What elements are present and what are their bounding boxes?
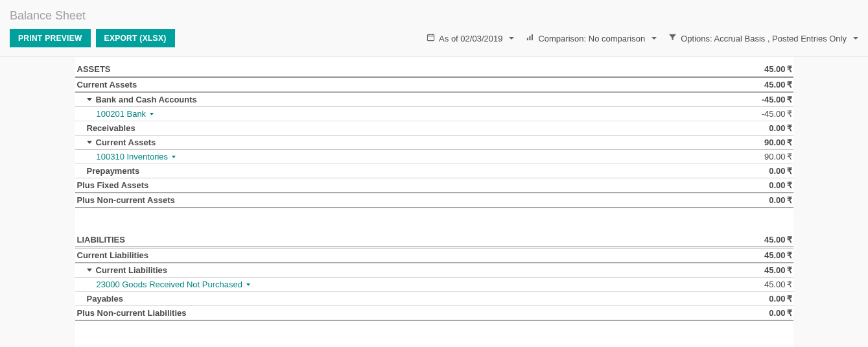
current-liabilities-sub-row[interactable]: Current Liabilities 45.00₹ — [75, 263, 793, 278]
options-filter[interactable]: Options: Accrual Basis , Posted Entries … — [668, 33, 858, 43]
current-liabilities-value: 45.00₹ — [764, 250, 793, 260]
fixed-assets-value: 0.00₹ — [769, 180, 793, 190]
print-preview-button[interactable]: PRINT PREVIEW — [10, 29, 91, 47]
comparison-filter[interactable]: Comparison: No comparison — [526, 33, 657, 43]
fixed-assets-row[interactable]: Plus Fixed Assets 0.00₹ — [75, 178, 793, 193]
svg-rect-0 — [427, 34, 434, 40]
inventories-label: 100310 Inventories — [75, 152, 764, 162]
noncurrent-assets-value: 0.00₹ — [769, 195, 793, 205]
assets-heading-label: ASSETS — [75, 64, 764, 74]
liabilities-heading-label: LIABILITIES — [75, 235, 764, 245]
noncurrent-liabilities-row[interactable]: Plus Non-current Liabilities 0.00₹ — [75, 306, 793, 321]
noncurrent-liabilities-label: Plus Non-current Liabilities — [75, 308, 769, 318]
current-liabilities-sub-value: 45.00₹ — [764, 265, 793, 275]
svg-rect-5 — [530, 36, 531, 41]
current-assets-row[interactable]: Current Assets 45.00₹ — [75, 78, 793, 93]
current-assets-label: Current Assets — [75, 80, 764, 90]
liabilities-heading-row[interactable]: LIABILITIES 45.00₹ — [75, 233, 793, 248]
current-liabilities-label: Current Liabilities — [75, 250, 764, 260]
caret-down-icon — [853, 37, 858, 40]
bank-cash-label: Bank and Cash Accounts — [75, 95, 762, 104]
date-prefix: As of 02/03/2019 — [439, 34, 502, 43]
current-assets-value: 45.00₹ — [764, 80, 793, 90]
bank-account-row[interactable]: 100201 Bank -45.00₹ — [75, 107, 793, 121]
current-assets-sub-row[interactable]: Current Assets 90.00₹ — [75, 136, 793, 150]
assets-heading-row[interactable]: ASSETS 45.00₹ — [75, 62, 793, 78]
noncurrent-assets-row[interactable]: Plus Non-current Assets 0.00₹ — [75, 193, 793, 208]
svg-rect-4 — [527, 38, 528, 40]
date-filter[interactable]: As of 02/03/2019 — [427, 33, 514, 43]
page-title: Balance Sheet — [10, 9, 858, 23]
options-text: Options: Accrual Basis , Posted Entries … — [681, 34, 847, 43]
caret-down-icon — [246, 283, 250, 286]
bank-cash-row[interactable]: Bank and Cash Accounts -45.00₹ — [75, 93, 793, 107]
export-xlsx-button[interactable]: EXPORT (XLSX) — [96, 29, 175, 47]
caret-down-icon — [87, 141, 92, 144]
caret-down-icon — [87, 98, 92, 101]
toolbar: PRINT PREVIEW EXPORT (XLSX) As of 02/03/… — [0, 29, 868, 57]
goods-received-value: 45.00₹ — [764, 280, 793, 289]
caret-down-icon — [172, 156, 176, 158]
prepayments-value: 0.00₹ — [769, 166, 793, 176]
current-assets-sub-value: 90.00₹ — [764, 138, 793, 147]
calendar-icon — [427, 33, 435, 43]
bank-account-label: 100201 Bank — [75, 109, 762, 119]
filter-icon — [668, 33, 677, 43]
prepayments-row[interactable]: Prepayments 0.00₹ — [75, 164, 793, 178]
noncurrent-assets-label: Plus Non-current Assets — [75, 195, 769, 205]
assets-heading-value: 45.00₹ — [764, 64, 793, 74]
receivables-label: Receivables — [75, 123, 769, 133]
noncurrent-liabilities-value: 0.00₹ — [769, 308, 793, 318]
caret-down-icon — [651, 37, 657, 40]
caret-down-icon — [87, 269, 92, 272]
comparison-text: Comparison: No comparison — [538, 34, 645, 43]
inventories-value: 90.00₹ — [764, 152, 793, 162]
current-liabilities-row[interactable]: Current Liabilities 45.00₹ — [75, 248, 793, 263]
bank-cash-value: -45.00₹ — [762, 95, 793, 104]
payables-row[interactable]: Payables 0.00₹ — [75, 292, 793, 306]
bank-account-value: -45.00₹ — [762, 109, 793, 119]
payables-value: 0.00₹ — [769, 294, 793, 304]
caret-down-icon — [150, 113, 154, 115]
goods-received-label: 23000 Goods Received Not Purchased — [75, 280, 764, 289]
payables-label: Payables — [75, 294, 769, 304]
bar-chart-icon — [526, 33, 534, 43]
current-liabilities-sub-label: Current Liabilities — [75, 265, 764, 275]
liabilities-heading-value: 45.00₹ — [764, 235, 793, 245]
svg-rect-6 — [532, 34, 533, 40]
inventories-row[interactable]: 100310 Inventories 90.00₹ — [75, 150, 793, 164]
prepayments-label: Prepayments — [75, 166, 769, 176]
fixed-assets-label: Plus Fixed Assets — [75, 180, 769, 190]
current-assets-sub-label: Current Assets — [75, 138, 764, 147]
goods-received-row[interactable]: 23000 Goods Received Not Purchased 45.00… — [75, 278, 793, 292]
receivables-value: 0.00₹ — [769, 123, 793, 133]
receivables-row[interactable]: Receivables 0.00₹ — [75, 121, 793, 136]
caret-down-icon — [509, 37, 514, 40]
